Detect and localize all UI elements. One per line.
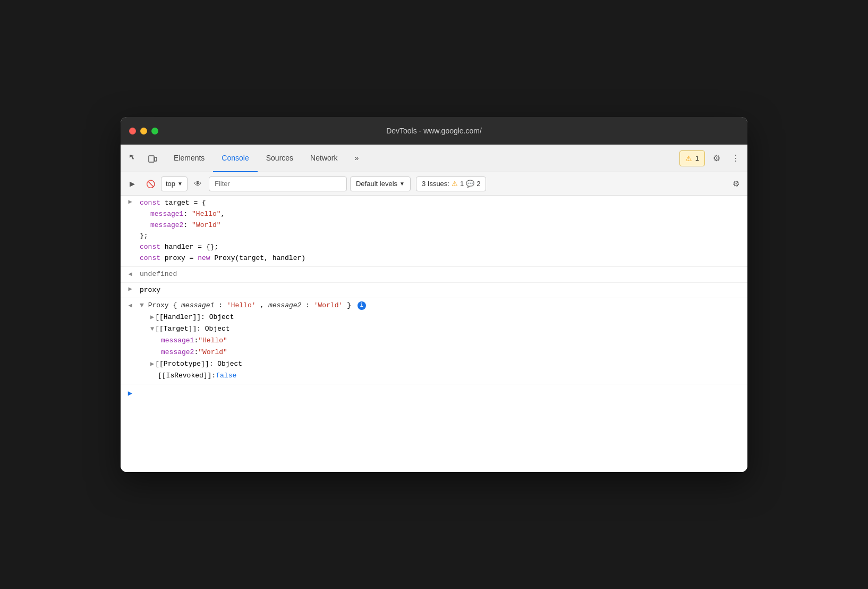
more-options-button[interactable]: ⋮: [728, 151, 743, 166]
maximize-button[interactable]: [151, 128, 158, 134]
msg1-val: "Hello": [198, 335, 227, 347]
proxy-output-content: ▼ Proxy { message1 : 'Hello' , message2 …: [140, 300, 743, 382]
tab-more[interactable]: »: [346, 145, 367, 172]
msg2-colon: :: [194, 347, 198, 358]
devtools-window: DevTools - www.google.com/ Elements Cons…: [121, 117, 747, 472]
settings-button[interactable]: ⚙: [709, 151, 724, 166]
target-expand-icon[interactable]: ▼: [150, 324, 154, 334]
code-text-1: target = {: [165, 199, 206, 207]
msg2-row: message2 : "World": [161, 347, 743, 358]
warn-icon: ⚠: [452, 180, 458, 188]
msg1-colon: :: [194, 335, 198, 347]
toolbar-right: ⚠ 1 ⚙ ⋮: [679, 150, 743, 166]
traffic-lights: [129, 128, 158, 134]
code-line-proxy: const proxy = new Proxy(target, handler): [140, 253, 743, 264]
target-type: : Object: [197, 324, 229, 335]
proxy-val2: 'World': [314, 301, 343, 309]
collapse-arrow-proxy[interactable]: ◀: [121, 300, 140, 309]
expand-arrow-1[interactable]: ▶: [121, 197, 140, 205]
target-header: ▼ [[Target]] : Object: [150, 323, 743, 335]
chevron-right-prompt-icon: ▶: [128, 389, 132, 398]
device-toolbar-button[interactable]: [144, 150, 161, 167]
undefined-line: ◀ undefined: [121, 267, 747, 283]
tab-console[interactable]: Console: [213, 145, 257, 172]
tab-list: Elements Console Sources Network »: [165, 145, 677, 172]
levels-label: Default levels: [356, 180, 397, 188]
code-content-1: const target = { message1: "Hello", mess…: [140, 197, 743, 265]
code-line-1: ▶ const target = { message1: "Hello", me…: [121, 196, 747, 267]
minimize-button[interactable]: [140, 128, 147, 134]
msg2-key: message2: [161, 347, 194, 358]
code-line-msg1: message1: "Hello",: [140, 209, 743, 220]
handler-label: [[Handler]]: [155, 312, 201, 323]
issues-count: 1: [695, 154, 699, 162]
code-line-msg2: message2: "World": [140, 220, 743, 231]
proxy-label: proxy: [140, 286, 160, 294]
console-input-field[interactable]: [140, 389, 743, 397]
info-count: 2: [476, 180, 480, 188]
issues-count-bar[interactable]: 3 Issues: ⚠ 1 💬 2: [416, 176, 487, 191]
handler-type: : Object: [201, 312, 234, 323]
proxy-colon1: :: [218, 301, 227, 309]
prototype-row: ▶ [[Prototype]] : Object: [140, 358, 743, 370]
warning-icon: ⚠: [685, 154, 692, 163]
return-arrow: ◀: [121, 268, 140, 278]
execute-button[interactable]: ▶: [125, 176, 140, 191]
revoked-val: false: [216, 371, 236, 382]
close-button[interactable]: [129, 128, 136, 134]
dropdown-arrow-icon: ▼: [177, 181, 183, 187]
code-closing-brace: };: [140, 231, 743, 242]
filter-input[interactable]: [209, 176, 347, 191]
proto-label: [[Prototype]]: [155, 359, 209, 370]
handler-row: ▶ [[Handler]] : Object ▼ [[Target]] : Ob…: [140, 312, 743, 382]
handler-expand-icon[interactable]: ▶: [150, 313, 154, 323]
proxy-val1: 'Hello': [227, 301, 256, 309]
tab-sources[interactable]: Sources: [258, 145, 302, 172]
levels-arrow-icon: ▼: [399, 181, 405, 187]
isrevoked-row: [[IsRevoked]] : false: [140, 370, 743, 382]
undefined-content: undefined: [140, 268, 743, 281]
left-arrow-icon: ◀: [128, 270, 132, 278]
svg-rect-1: [155, 157, 157, 161]
window-title: DevTools - www.google.com/: [386, 127, 482, 135]
prompt-icon: ▶: [121, 389, 140, 398]
log-levels-selector[interactable]: Default levels ▼: [350, 176, 411, 191]
proxy-key2: message2: [268, 301, 301, 309]
handler-line: ▶ [[Handler]] : Object: [140, 312, 743, 323]
msg1-row: message1 : "Hello": [161, 335, 743, 347]
proxy-input-content: proxy: [140, 284, 743, 297]
chevron-right-icon: ▶: [128, 199, 132, 205]
proxy-preview-text: Proxy {: [148, 301, 177, 309]
clear-console-button[interactable]: 🚫: [143, 176, 158, 191]
msg1-key: message1: [161, 335, 194, 347]
inspect-element-button[interactable]: [125, 150, 142, 167]
context-label: top: [166, 180, 175, 188]
proxy-key1: message1: [181, 301, 214, 309]
titlebar: DevTools - www.google.com/: [121, 117, 747, 145]
live-expressions-button[interactable]: 👁: [191, 176, 206, 191]
context-selector[interactable]: top ▼: [161, 176, 188, 191]
issues-text: 3 Issues:: [422, 180, 449, 188]
main-toolbar: Elements Console Sources Network » ⚠ 1 ⚙…: [121, 145, 747, 172]
issues-badge[interactable]: ⚠ 1: [679, 150, 705, 166]
tab-elements[interactable]: Elements: [165, 145, 213, 172]
info-badge[interactable]: i: [358, 301, 366, 310]
proxy-colon2: :: [305, 301, 314, 309]
chevron-down-icon[interactable]: ▼: [140, 301, 144, 309]
revoked-colon: :: [211, 371, 216, 382]
info-icon: 💬: [466, 180, 474, 188]
prototype-expand-icon[interactable]: ▶: [150, 359, 154, 369]
tab-network[interactable]: Network: [302, 145, 346, 172]
console-toolbar: ▶ 🚫 top ▼ 👁 Default levels ▼ 3 Issues: ⚠…: [121, 172, 747, 196]
proxy-input-line: ▶ proxy: [121, 283, 747, 299]
warn-count: 1: [460, 180, 464, 188]
console-input-row[interactable]: ▶: [121, 384, 747, 402]
console-settings-button[interactable]: ⚙: [728, 176, 743, 191]
proxy-close: }: [347, 301, 351, 309]
proxy-output-line: ◀ ▼ Proxy { message1 : 'Hello' , message…: [121, 298, 747, 384]
chevron-right-icon-2: ▶: [128, 286, 132, 292]
expand-arrow-proxy[interactable]: ▶: [121, 284, 140, 292]
proto-type: : Object: [209, 359, 242, 370]
proxy-comma: ,: [260, 301, 268, 309]
target-label: [[Target]]: [155, 324, 197, 335]
